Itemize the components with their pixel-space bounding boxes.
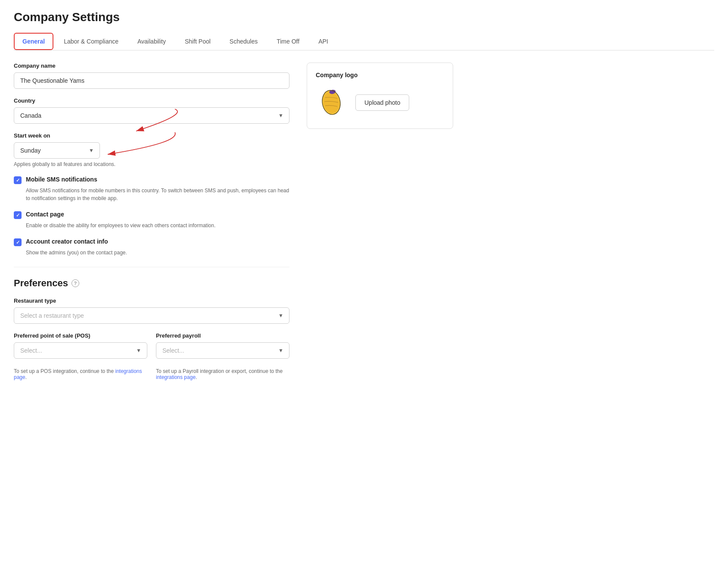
- logo-card-title: Company logo: [316, 72, 444, 78]
- yam-logo-image: [316, 85, 346, 120]
- restaurant-type-field: Restaurant type Select a restaurant type…: [14, 297, 289, 324]
- pos-field: Preferred point of sale (POS) Select... …: [14, 332, 147, 359]
- pos-select[interactable]: Select... Square Toast Lightspeed: [14, 342, 147, 359]
- payroll-integrations-link[interactable]: integrations page: [156, 374, 196, 380]
- payroll-select-wrapper: Select... ADP Gusto QuickBooks ▼: [156, 342, 289, 359]
- tab-time-off[interactable]: Time Off: [268, 33, 308, 50]
- sms-notifications-group: Mobile SMS notifications Allow SMS notif…: [14, 176, 289, 202]
- sms-description: Allow SMS notifications for mobile numbe…: [26, 187, 289, 202]
- restaurant-type-label: Restaurant type: [14, 297, 289, 304]
- company-name-field: Company name: [14, 63, 289, 89]
- start-week-field: Start week on Sunday Monday Tuesday Wedn…: [14, 132, 289, 167]
- company-name-label: Company name: [14, 63, 289, 69]
- tab-api[interactable]: API: [310, 33, 337, 50]
- start-week-helper: Applies globally to all features and loc…: [14, 161, 289, 167]
- logo-preview: [316, 85, 347, 120]
- pos-label: Preferred point of sale (POS): [14, 332, 147, 339]
- country-label: Country: [14, 97, 289, 104]
- company-name-input[interactable]: [14, 72, 289, 89]
- country-select-wrapper: Canada United States United Kingdom Aust…: [14, 107, 289, 124]
- payroll-helper-text: To set up a Payroll integration or expor…: [156, 368, 289, 380]
- sms-checkbox[interactable]: [14, 176, 22, 184]
- account-creator-description: Show the admins (you) on the contact pag…: [26, 249, 289, 257]
- pos-payroll-helpers: To set up a POS integration, continue to…: [14, 366, 289, 380]
- tab-availability[interactable]: Availability: [129, 33, 174, 50]
- section-divider: [14, 267, 289, 267]
- logo-card: Company logo: [307, 63, 453, 129]
- pos-select-wrapper: Select... Square Toast Lightspeed ▼: [14, 342, 147, 359]
- contact-page-group: Contact page Enable or disable the abili…: [14, 211, 289, 229]
- tab-shift-pool[interactable]: Shift Pool: [176, 33, 219, 50]
- sms-label: Mobile SMS notifications: [26, 176, 97, 183]
- pos-helper-text: To set up a POS integration, continue to…: [14, 368, 147, 380]
- upload-photo-button[interactable]: Upload photo: [355, 94, 409, 111]
- contact-label: Contact page: [26, 211, 64, 218]
- restaurant-type-select[interactable]: Select a restaurant type Fast Food Casua…: [14, 307, 289, 324]
- account-creator-label: Account creator contact info: [26, 238, 108, 245]
- tab-labor-compliance[interactable]: Labor & Compliance: [55, 33, 127, 50]
- start-week-select[interactable]: Sunday Monday Tuesday Wednesday Thursday…: [14, 142, 100, 159]
- restaurant-type-select-wrapper: Select a restaurant type Fast Food Casua…: [14, 307, 289, 324]
- tabs-bar: General Labor & Compliance Availability …: [14, 33, 714, 50]
- account-creator-checkbox[interactable]: [14, 238, 22, 246]
- preferences-heading: Preferences ?: [14, 278, 289, 289]
- start-week-select-wrapper: Sunday Monday Tuesday Wednesday Thursday…: [14, 142, 100, 159]
- preferences-title-text: Preferences: [14, 278, 68, 289]
- payroll-select[interactable]: Select... ADP Gusto QuickBooks: [156, 342, 289, 359]
- preferences-help-icon[interactable]: ?: [72, 279, 79, 287]
- contact-checkbox[interactable]: [14, 211, 22, 219]
- logo-panel: Company logo: [307, 63, 453, 129]
- country-field: Country Canada United States United King…: [14, 97, 289, 124]
- payroll-field: Preferred payroll Select... ADP Gusto Qu…: [156, 332, 289, 359]
- start-week-label: Start week on: [14, 132, 289, 139]
- country-select[interactable]: Canada United States United Kingdom Aust…: [14, 107, 289, 124]
- pos-payroll-row: Preferred point of sale (POS) Select... …: [14, 332, 289, 359]
- payroll-label: Preferred payroll: [156, 332, 289, 339]
- account-creator-group: Account creator contact info Show the ad…: [14, 238, 289, 257]
- contact-description: Enable or disable the ability for employ…: [26, 222, 289, 229]
- tab-schedules[interactable]: Schedules: [221, 33, 266, 50]
- tab-general[interactable]: General: [14, 33, 53, 50]
- page-title: Company Settings: [14, 10, 714, 24]
- logo-area: Upload photo: [316, 85, 444, 120]
